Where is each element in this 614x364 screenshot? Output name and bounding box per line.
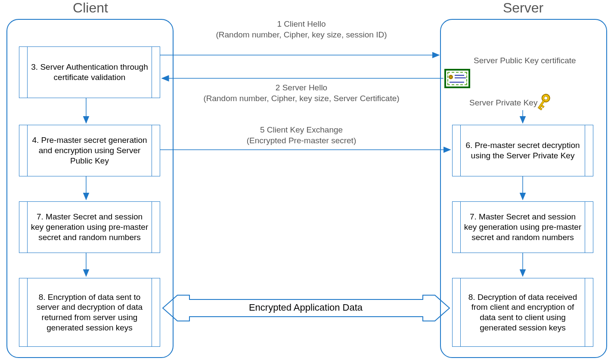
double-arrow-encrypted-data <box>163 295 450 321</box>
diagram-canvas: Client Server 3. Server Authentication t… <box>0 0 614 364</box>
connectors-layer <box>0 0 614 364</box>
